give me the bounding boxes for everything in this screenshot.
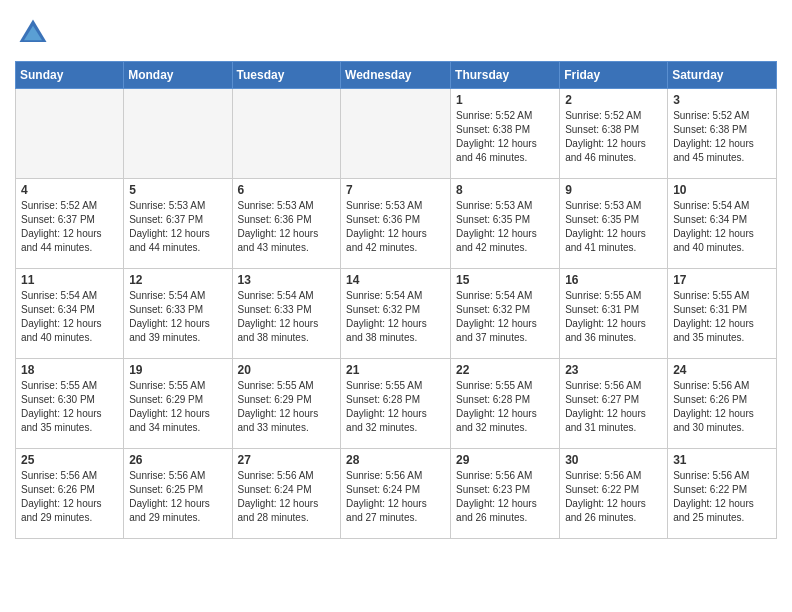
day-number: 1 [456,93,554,107]
calendar-cell: 14Sunrise: 5:54 AM Sunset: 6:32 PM Dayli… [341,269,451,359]
day-info: Sunrise: 5:53 AM Sunset: 6:36 PM Dayligh… [238,199,336,255]
calendar-cell: 21Sunrise: 5:55 AM Sunset: 6:28 PM Dayli… [341,359,451,449]
day-number: 24 [673,363,771,377]
calendar-cell: 6Sunrise: 5:53 AM Sunset: 6:36 PM Daylig… [232,179,341,269]
calendar-week-5: 25Sunrise: 5:56 AM Sunset: 6:26 PM Dayli… [16,449,777,539]
calendar-cell: 27Sunrise: 5:56 AM Sunset: 6:24 PM Dayli… [232,449,341,539]
day-header-saturday: Saturday [668,62,777,89]
calendar-cell: 22Sunrise: 5:55 AM Sunset: 6:28 PM Dayli… [451,359,560,449]
day-info: Sunrise: 5:53 AM Sunset: 6:36 PM Dayligh… [346,199,445,255]
day-header-thursday: Thursday [451,62,560,89]
calendar-week-4: 18Sunrise: 5:55 AM Sunset: 6:30 PM Dayli… [16,359,777,449]
calendar-cell [16,89,124,179]
day-header-tuesday: Tuesday [232,62,341,89]
day-number: 12 [129,273,226,287]
day-header-sunday: Sunday [16,62,124,89]
day-info: Sunrise: 5:54 AM Sunset: 6:32 PM Dayligh… [346,289,445,345]
calendar-cell: 2Sunrise: 5:52 AM Sunset: 6:38 PM Daylig… [560,89,668,179]
calendar-cell: 8Sunrise: 5:53 AM Sunset: 6:35 PM Daylig… [451,179,560,269]
day-info: Sunrise: 5:56 AM Sunset: 6:22 PM Dayligh… [565,469,662,525]
day-info: Sunrise: 5:55 AM Sunset: 6:31 PM Dayligh… [565,289,662,345]
day-number: 22 [456,363,554,377]
calendar-cell: 12Sunrise: 5:54 AM Sunset: 6:33 PM Dayli… [124,269,232,359]
day-number: 25 [21,453,118,467]
calendar-cell [124,89,232,179]
day-number: 9 [565,183,662,197]
day-info: Sunrise: 5:52 AM Sunset: 6:38 PM Dayligh… [456,109,554,165]
calendar-cell: 18Sunrise: 5:55 AM Sunset: 6:30 PM Dayli… [16,359,124,449]
day-info: Sunrise: 5:52 AM Sunset: 6:38 PM Dayligh… [673,109,771,165]
day-info: Sunrise: 5:56 AM Sunset: 6:26 PM Dayligh… [673,379,771,435]
day-number: 23 [565,363,662,377]
day-info: Sunrise: 5:56 AM Sunset: 6:23 PM Dayligh… [456,469,554,525]
day-number: 30 [565,453,662,467]
day-info: Sunrise: 5:55 AM Sunset: 6:29 PM Dayligh… [238,379,336,435]
day-number: 7 [346,183,445,197]
day-header-monday: Monday [124,62,232,89]
logo-icon [15,15,51,51]
day-info: Sunrise: 5:54 AM Sunset: 6:33 PM Dayligh… [129,289,226,345]
day-info: Sunrise: 5:54 AM Sunset: 6:32 PM Dayligh… [456,289,554,345]
day-info: Sunrise: 5:56 AM Sunset: 6:24 PM Dayligh… [346,469,445,525]
calendar-cell: 13Sunrise: 5:54 AM Sunset: 6:33 PM Dayli… [232,269,341,359]
calendar-week-3: 11Sunrise: 5:54 AM Sunset: 6:34 PM Dayli… [16,269,777,359]
day-info: Sunrise: 5:55 AM Sunset: 6:29 PM Dayligh… [129,379,226,435]
day-info: Sunrise: 5:55 AM Sunset: 6:28 PM Dayligh… [456,379,554,435]
day-header-friday: Friday [560,62,668,89]
calendar-cell: 4Sunrise: 5:52 AM Sunset: 6:37 PM Daylig… [16,179,124,269]
calendar-cell: 16Sunrise: 5:55 AM Sunset: 6:31 PM Dayli… [560,269,668,359]
day-info: Sunrise: 5:54 AM Sunset: 6:34 PM Dayligh… [21,289,118,345]
day-number: 31 [673,453,771,467]
day-number: 21 [346,363,445,377]
calendar-cell: 28Sunrise: 5:56 AM Sunset: 6:24 PM Dayli… [341,449,451,539]
day-number: 29 [456,453,554,467]
page-header [15,15,777,51]
calendar-cell: 31Sunrise: 5:56 AM Sunset: 6:22 PM Dayli… [668,449,777,539]
day-number: 6 [238,183,336,197]
calendar-cell: 5Sunrise: 5:53 AM Sunset: 6:37 PM Daylig… [124,179,232,269]
calendar-cell: 15Sunrise: 5:54 AM Sunset: 6:32 PM Dayli… [451,269,560,359]
day-number: 28 [346,453,445,467]
day-number: 17 [673,273,771,287]
calendar-cell: 10Sunrise: 5:54 AM Sunset: 6:34 PM Dayli… [668,179,777,269]
day-number: 5 [129,183,226,197]
day-info: Sunrise: 5:55 AM Sunset: 6:31 PM Dayligh… [673,289,771,345]
day-header-wednesday: Wednesday [341,62,451,89]
day-number: 15 [456,273,554,287]
day-number: 16 [565,273,662,287]
calendar-week-1: 1Sunrise: 5:52 AM Sunset: 6:38 PM Daylig… [16,89,777,179]
day-number: 19 [129,363,226,377]
day-info: Sunrise: 5:56 AM Sunset: 6:24 PM Dayligh… [238,469,336,525]
day-info: Sunrise: 5:53 AM Sunset: 6:35 PM Dayligh… [456,199,554,255]
calendar-table: SundayMondayTuesdayWednesdayThursdayFrid… [15,61,777,539]
day-info: Sunrise: 5:56 AM Sunset: 6:25 PM Dayligh… [129,469,226,525]
calendar-cell: 11Sunrise: 5:54 AM Sunset: 6:34 PM Dayli… [16,269,124,359]
day-info: Sunrise: 5:52 AM Sunset: 6:38 PM Dayligh… [565,109,662,165]
day-info: Sunrise: 5:54 AM Sunset: 6:34 PM Dayligh… [673,199,771,255]
day-number: 20 [238,363,336,377]
day-number: 11 [21,273,118,287]
calendar-cell: 24Sunrise: 5:56 AM Sunset: 6:26 PM Dayli… [668,359,777,449]
calendar-cell: 3Sunrise: 5:52 AM Sunset: 6:38 PM Daylig… [668,89,777,179]
header-row: SundayMondayTuesdayWednesdayThursdayFrid… [16,62,777,89]
calendar-cell: 19Sunrise: 5:55 AM Sunset: 6:29 PM Dayli… [124,359,232,449]
calendar-cell: 25Sunrise: 5:56 AM Sunset: 6:26 PM Dayli… [16,449,124,539]
calendar-cell: 17Sunrise: 5:55 AM Sunset: 6:31 PM Dayli… [668,269,777,359]
day-info: Sunrise: 5:56 AM Sunset: 6:26 PM Dayligh… [21,469,118,525]
calendar-cell: 30Sunrise: 5:56 AM Sunset: 6:22 PM Dayli… [560,449,668,539]
day-info: Sunrise: 5:55 AM Sunset: 6:28 PM Dayligh… [346,379,445,435]
day-number: 10 [673,183,771,197]
calendar-cell: 26Sunrise: 5:56 AM Sunset: 6:25 PM Dayli… [124,449,232,539]
day-number: 2 [565,93,662,107]
day-info: Sunrise: 5:56 AM Sunset: 6:27 PM Dayligh… [565,379,662,435]
day-info: Sunrise: 5:53 AM Sunset: 6:37 PM Dayligh… [129,199,226,255]
calendar-cell: 1Sunrise: 5:52 AM Sunset: 6:38 PM Daylig… [451,89,560,179]
logo [15,15,55,51]
calendar-cell: 20Sunrise: 5:55 AM Sunset: 6:29 PM Dayli… [232,359,341,449]
day-number: 26 [129,453,226,467]
day-info: Sunrise: 5:55 AM Sunset: 6:30 PM Dayligh… [21,379,118,435]
calendar-cell [232,89,341,179]
day-info: Sunrise: 5:56 AM Sunset: 6:22 PM Dayligh… [673,469,771,525]
day-number: 8 [456,183,554,197]
day-info: Sunrise: 5:54 AM Sunset: 6:33 PM Dayligh… [238,289,336,345]
